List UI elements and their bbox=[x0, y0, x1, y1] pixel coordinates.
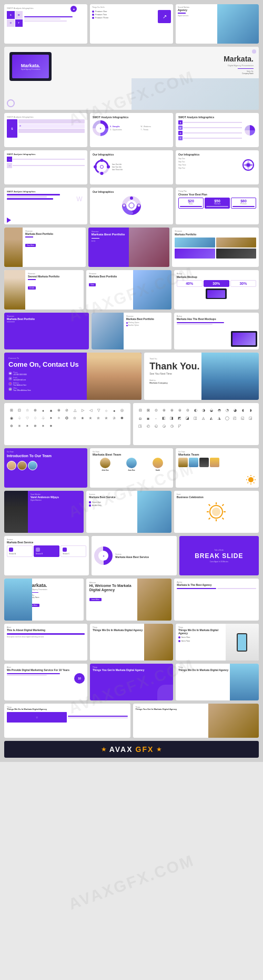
icon-31: ✲ bbox=[8, 423, 15, 429]
deco-circle-1 bbox=[7, 99, 15, 107]
slide-portfolio-2: Showcase Markata Best Portfolio 11 11 bbox=[88, 228, 170, 267]
icon-4: ⊕ bbox=[32, 407, 38, 414]
gfx-text: GFX bbox=[136, 745, 154, 754]
avax-star-right: ★ bbox=[156, 746, 162, 753]
icon-33: ✴ bbox=[24, 423, 31, 429]
final2-img bbox=[208, 704, 259, 738]
slide-swot-infographics-2: SWOT Analysis Infographics S W O T bbox=[176, 113, 259, 147]
service-donut: ✦ bbox=[94, 546, 113, 565]
portfolio-img-2 bbox=[216, 238, 256, 247]
slide-label-things: Things You Get In bbox=[92, 6, 171, 8]
slide-portfolio-1: Showcase Markata Best Portfolio View Mor… bbox=[4, 228, 86, 267]
several-btn[interactable]: Details bbox=[28, 286, 36, 290]
price-3: $80 bbox=[232, 199, 255, 203]
icon-grid-2: ⊟ ⊠ ⊙ ⊚ ⊛ ⊜ ⊝ ◐ ◑ ◒ ◓ ◔ ◕ ◖ ◗ ◘ ◙ ◦ ◧ ◨ bbox=[135, 405, 257, 431]
row-12: Team Member Varel Anderson Wijaya Digita… bbox=[4, 491, 259, 533]
things3-title: Things You Get In Markata Digital Agency bbox=[93, 668, 170, 672]
slide-agency-best: Agency Markata Is The Best Agency bbox=[174, 579, 259, 621]
price-box-3: $80 Premium bbox=[231, 198, 256, 209]
cover2-author: Company Name bbox=[28, 596, 79, 599]
svg-point-12 bbox=[129, 203, 134, 208]
portfolio-3-label: Showcase bbox=[175, 230, 256, 232]
portfolio-best-btn[interactable]: View bbox=[89, 283, 95, 286]
swot-w-text: W bbox=[19, 125, 21, 127]
icon-29: ✰ bbox=[111, 415, 117, 421]
contact-office: 🏢 OfficeYour Office Address Here bbox=[8, 387, 89, 391]
swot-t-label: T - Threats bbox=[141, 129, 171, 131]
row-17: Things Things We Do In Markata Digital A… bbox=[4, 704, 259, 738]
icon-11: ◁ bbox=[87, 407, 94, 414]
swot-o-label: O - Opportunities bbox=[110, 129, 140, 131]
dm-title: This Is About Digital Marketing bbox=[7, 628, 85, 632]
slide-title-several: Agency bbox=[178, 8, 224, 12]
author-name: Markata Company bbox=[149, 381, 254, 384]
avax-text: AVAX bbox=[109, 745, 133, 754]
plan-1: Basic bbox=[180, 203, 202, 205]
swot-s-label: S - Strengths bbox=[110, 126, 140, 128]
things2-item-1: Item One bbox=[178, 636, 225, 638]
svg-point-6 bbox=[100, 166, 104, 169]
best-team-person-2 bbox=[126, 458, 137, 468]
pb1-title: Markata Best Portfolio bbox=[7, 317, 86, 321]
mockup-stats-label: Mockup bbox=[177, 273, 256, 275]
icon-15: ◎ bbox=[119, 407, 125, 414]
icon2-28: ◰ bbox=[232, 415, 238, 421]
icon2-3: ⊙ bbox=[153, 407, 159, 414]
tablet-tagline: Digital Agency Presentation bbox=[21, 68, 41, 70]
page-container: SWOT Analysis Infographics S W O T bbox=[0, 0, 263, 762]
inf2-label2: Step Two bbox=[178, 161, 239, 163]
icon2-4: ⊚ bbox=[161, 407, 167, 414]
welcome-btn[interactable]: Learn More bbox=[89, 598, 102, 601]
contact-header: Connect To bbox=[8, 357, 89, 359]
break-title: BREAK SLIDE bbox=[195, 552, 243, 560]
cover-text: Markata. Digital Agency Presentation Mad… bbox=[224, 55, 254, 75]
tablet-device: Markata. Digital Agency Presentation bbox=[9, 52, 52, 81]
icon2-9: ◑ bbox=[200, 407, 207, 414]
row-8: Showcase Markata Best Portfolio Showcase… bbox=[4, 313, 259, 349]
slide-portfolio-3: Showcase Markata Portfolio bbox=[172, 228, 259, 267]
icon-35: ✶ bbox=[40, 423, 46, 429]
plan-bar-1 bbox=[180, 206, 202, 207]
check-item-1: Feature One bbox=[92, 10, 157, 13]
slide-desc-several: Digital services bbox=[178, 15, 224, 17]
mockup-stats-title: Markata Mockup bbox=[177, 275, 256, 278]
svc-box-3: Service C bbox=[60, 545, 86, 557]
things3-deco bbox=[157, 685, 173, 700]
row-9: Connect To Come On, Contact Us ☎ Phone+6… bbox=[4, 353, 259, 400]
svg-point-16 bbox=[137, 204, 140, 207]
service-1-img bbox=[137, 491, 171, 533]
cover-author: Company Name bbox=[224, 73, 254, 75]
phone-device bbox=[237, 633, 247, 652]
portfolio-img-1 bbox=[175, 238, 215, 247]
cover2-title: Markata. bbox=[28, 583, 79, 588]
svg-line-33 bbox=[222, 518, 224, 520]
portfolio-1-btn[interactable]: View More bbox=[25, 244, 36, 247]
mockup-device bbox=[231, 331, 257, 347]
price-1: $20 bbox=[180, 199, 202, 203]
svg-point-2 bbox=[100, 159, 104, 162]
purple-bar-1 bbox=[178, 13, 186, 14]
markata-team-title: Markata Team bbox=[178, 453, 256, 456]
icon-27: ✮ bbox=[95, 415, 102, 421]
icon2-25: ◭ bbox=[208, 415, 215, 421]
row-7: Showcase Several Markata Portfolio Detai… bbox=[4, 270, 259, 310]
icon2-1: ⊟ bbox=[137, 407, 144, 414]
phone-value: +62 000 0000 0000 bbox=[13, 374, 27, 376]
icon-34: ✵ bbox=[32, 423, 38, 429]
icon2-17: ◙ bbox=[145, 415, 151, 421]
swot-inf-title: SWOT Analysis Infographics bbox=[93, 116, 170, 119]
icon2-36: ◸ bbox=[177, 423, 183, 429]
slide-donut-service: ✦ Services Markata Have Best Service bbox=[92, 536, 176, 575]
several-bar bbox=[28, 279, 36, 280]
cover2-img bbox=[4, 579, 32, 621]
svg-point-17 bbox=[248, 477, 254, 482]
our-inf2-title: Our Infographics bbox=[178, 153, 256, 156]
icon-26: ✭ bbox=[87, 415, 94, 421]
final2-title: Things You Get In Markata Digital Agency bbox=[136, 708, 208, 711]
slide-final-1: Things Things We Do In Markata Digital A… bbox=[4, 704, 130, 738]
swot-inf2-title: SWOT Analysis Infographics bbox=[178, 116, 256, 119]
icon2-5: ⊛ bbox=[169, 407, 175, 414]
inf2-label3: Step Three bbox=[178, 164, 239, 166]
pb2-img bbox=[92, 313, 124, 349]
portfolio-1-title: Markata Best Portfolio bbox=[25, 232, 83, 235]
